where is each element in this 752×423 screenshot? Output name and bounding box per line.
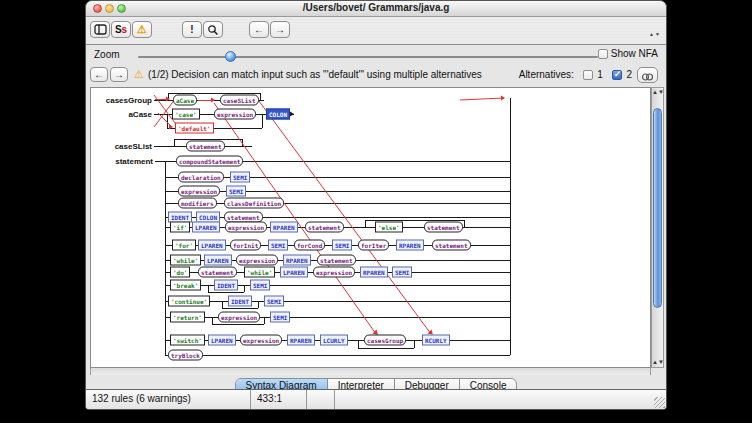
link-warning-button[interactable] xyxy=(637,67,658,83)
diagram-node[interactable]: forInit xyxy=(230,240,261,251)
diagram-node[interactable]: 'do' xyxy=(170,267,190,278)
diagram-node[interactable]: RPAREN xyxy=(396,240,424,251)
diagram-node[interactable]: expression xyxy=(214,109,256,120)
alternative-2-checkbox[interactable] xyxy=(612,70,622,80)
diagram-node[interactable]: LPAREN xyxy=(208,335,236,346)
diagram-node[interactable]: 'return' xyxy=(170,312,205,323)
diagram-node[interactable]: 'else' xyxy=(375,222,403,233)
diagram-rule-label: aCase xyxy=(128,111,154,118)
diagram-node[interactable]: SEMI xyxy=(230,172,250,183)
forward-button[interactable]: → xyxy=(270,21,290,38)
diagram-node[interactable]: SEMI xyxy=(226,186,246,197)
previous-warning-button[interactable]: ← xyxy=(90,67,108,82)
ss-icon: S xyxy=(115,24,122,35)
diagram-node[interactable]: expression xyxy=(218,312,260,323)
diagram-node[interactable]: statement xyxy=(198,267,237,278)
diagram-node[interactable]: RCURLY xyxy=(422,335,450,346)
diagram-node[interactable]: expression xyxy=(225,222,267,233)
alternative-1-checkbox[interactable] xyxy=(583,70,593,80)
magnifier-icon xyxy=(207,24,219,36)
warning-icon: ⚠ xyxy=(134,68,144,81)
warnings-button[interactable]: ⚠ xyxy=(132,21,152,38)
diagram-node[interactable]: tryBlock xyxy=(168,350,203,361)
show-nfa-checkbox[interactable] xyxy=(598,49,608,59)
diagram-node[interactable]: IDENT xyxy=(214,280,238,291)
diagram-node[interactable]: expression xyxy=(240,335,282,346)
diagram-node[interactable]: 'default' xyxy=(175,123,214,134)
next-warning-button[interactable]: → xyxy=(110,67,128,82)
alternatives-label: Alternatives: xyxy=(519,69,574,80)
alternatives-group: Alternatives: 1 2 xyxy=(519,69,632,80)
diagram-node[interactable]: LCURLY xyxy=(320,335,348,346)
diagram-node[interactable]: statement xyxy=(424,222,463,233)
diagram-node[interactable]: 'case' xyxy=(172,109,200,120)
diagram-node[interactable]: 'continue' xyxy=(168,296,210,307)
diagram-node[interactable]: 'break' xyxy=(170,280,201,291)
diagram-node[interactable]: declaration xyxy=(178,172,224,183)
diagram-node[interactable]: SEMI xyxy=(250,280,270,291)
diagram-node[interactable]: modifiers xyxy=(178,198,217,209)
resize-grip[interactable] xyxy=(654,397,665,408)
scroll-up-down-icons[interactable]: ▲▼ xyxy=(652,359,663,366)
vertical-scrollbar-thumb[interactable] xyxy=(653,108,662,308)
status-bar: 132 rules (6 warnings) 433:1 xyxy=(86,389,666,409)
scroll-up-down-icons[interactable]: ▲▼ xyxy=(652,89,663,96)
cursor-position-status: 433:1 xyxy=(251,390,307,409)
status-cell-empty xyxy=(307,390,335,409)
diagram-node[interactable]: SEMI xyxy=(270,312,290,323)
diagram-node[interactable]: LPAREN xyxy=(192,222,220,233)
diagram-node[interactable]: forCond xyxy=(294,240,325,251)
back-button[interactable]: ← xyxy=(249,21,269,38)
warning-icon: ⚠ xyxy=(137,23,147,35)
diagram-node[interactable]: 'for' xyxy=(172,240,196,251)
diagram-node[interactable]: caseSList xyxy=(220,95,259,106)
diagram-node[interactable]: SEMI xyxy=(332,240,352,251)
diagram-node[interactable]: statement xyxy=(317,255,356,266)
back-arrow-icon: ← xyxy=(254,24,264,35)
diagram-node[interactable]: IDENT xyxy=(228,296,252,307)
diagram-node[interactable]: aCase xyxy=(173,95,197,106)
diagram-node[interactable]: statement xyxy=(305,222,344,233)
diagram-node[interactable]: statement xyxy=(186,141,225,152)
diagram-node[interactable]: 'while' xyxy=(244,267,275,278)
diagram-node[interactable]: RPAREN xyxy=(287,335,315,346)
splitter-collapse-control[interactable]: ▲▼ xyxy=(649,31,661,37)
warning-message: (1/2) Decision can match input such as "… xyxy=(148,69,482,80)
diagram-node[interactable]: RPAREN xyxy=(360,267,388,278)
diagram-node[interactable]: 'while' xyxy=(170,255,201,266)
diagram-node[interactable]: compoundStatement xyxy=(176,156,243,167)
find-button[interactable] xyxy=(203,21,223,38)
diagram-node[interactable]: LPAREN xyxy=(204,255,232,266)
diagram-node[interactable]: classDefinition xyxy=(224,198,284,209)
diagram-node[interactable]: expression xyxy=(313,267,355,278)
diagram-node[interactable]: 'if' xyxy=(170,222,190,233)
diagram-node[interactable]: LPAREN xyxy=(280,267,308,278)
toggle-rules-list-button[interactable] xyxy=(90,21,110,38)
diagram-node[interactable]: expression xyxy=(236,255,278,266)
vertical-scrollbar[interactable]: ▲▼ ▲▼ xyxy=(651,87,664,368)
diagram-node[interactable]: expression xyxy=(178,186,220,197)
diagram-node[interactable]: RPAREN xyxy=(283,255,311,266)
diagram-node[interactable]: RPAREN xyxy=(270,222,298,233)
title-bar[interactable]: /Users/bovet/ Grammars/java.g xyxy=(86,1,666,17)
zoom-bar: Zoom Show NFA xyxy=(86,45,666,65)
zoom-slider-knob[interactable] xyxy=(225,51,236,62)
show-nfa-option: Show NFA xyxy=(598,48,658,59)
zoom-slider[interactable] xyxy=(138,56,598,58)
diagram-node[interactable]: statement xyxy=(432,240,471,251)
diagram-node[interactable]: COLON xyxy=(266,109,290,120)
zoom-label: Zoom xyxy=(94,49,120,60)
diagram-node[interactable]: SEMI xyxy=(392,267,412,278)
diagram-node[interactable]: forIter xyxy=(358,240,389,251)
diagram-node[interactable]: casesGroup xyxy=(364,335,406,346)
diagram-node[interactable]: 'switch' xyxy=(170,335,205,346)
app-window: /Users/bovet/ Grammars/java.g Ss ⚠ ! ← →… xyxy=(85,0,667,410)
syntax-diagram-canvas[interactable]: casesGroupaCasecaseSListstatementaCaseca… xyxy=(90,87,651,368)
debug-button[interactable]: ! xyxy=(182,21,202,38)
diagram-node[interactable]: LPAREN xyxy=(198,240,226,251)
toolbar: Ss ⚠ ! ← → xyxy=(86,17,666,45)
sort-rules-button[interactable]: Ss xyxy=(111,21,131,38)
warning-bar: ← → ⚠ (1/2) Decision can match input suc… xyxy=(86,65,666,86)
diagram-node[interactable]: SEMI xyxy=(268,240,288,251)
diagram-node[interactable]: SEMI xyxy=(264,296,284,307)
